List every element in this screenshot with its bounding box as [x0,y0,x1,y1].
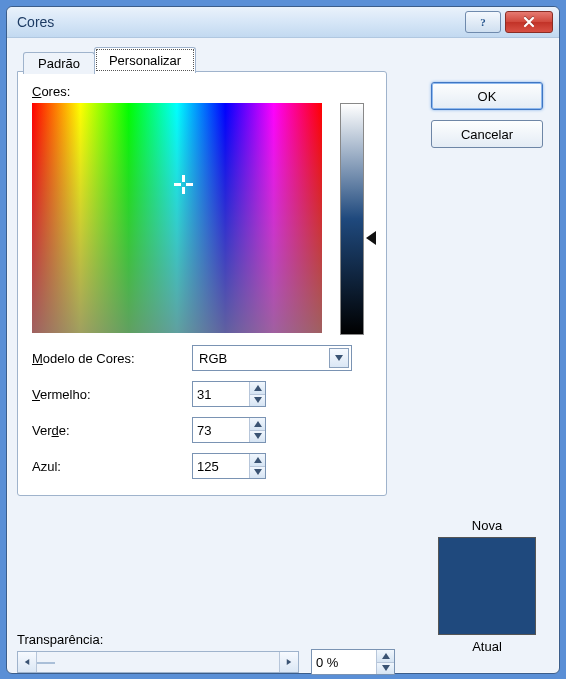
transparency-row: Transparência: [17,632,417,675]
luminance-bar[interactable] [340,103,364,335]
chevron-down-icon [254,433,262,439]
green-down[interactable] [250,431,265,443]
svg-marker-6 [254,457,262,463]
right-column: OK Cancelar [427,82,547,158]
slider-left[interactable] [18,652,37,672]
svg-marker-10 [382,653,390,659]
chevron-right-icon [285,659,293,665]
tab-default[interactable]: Padrão [23,52,95,74]
green-label: Verde: [32,423,192,438]
red-spinner[interactable] [192,381,266,407]
svg-marker-9 [287,659,292,665]
red-up[interactable] [250,382,265,395]
red-label: Vermelho: [32,387,192,402]
atual-label: Atual [427,639,547,654]
blue-label: Azul: [32,459,192,474]
chevron-up-icon [382,653,390,659]
close-button[interactable] [505,11,553,33]
svg-marker-3 [254,397,262,403]
color-spectrum[interactable] [32,103,322,333]
chevron-down-icon [254,469,262,475]
chevron-left-icon [23,659,31,665]
cores-label: Cores: [32,84,372,99]
blue-up[interactable] [250,454,265,467]
tab-custom[interactable]: Personalizar [94,47,196,73]
transparency-spinner[interactable] [311,649,395,675]
svg-marker-2 [254,385,262,391]
color-swatch [438,537,536,635]
svg-marker-5 [254,433,262,439]
tab-strip: Padrão Personalizar [23,46,549,72]
close-icon [522,16,536,28]
chevron-up-icon [254,385,262,391]
titlebar[interactable]: Cores ? [7,7,559,38]
red-input[interactable] [193,382,249,406]
window-title: Cores [17,14,461,30]
red-down[interactable] [250,395,265,407]
blue-spinner[interactable] [192,453,266,479]
color-model-value: RGB [199,351,227,366]
spectrum-crosshair [183,184,201,202]
dialog-content: Padrão Personalizar Cores: Modelo de Cor… [7,38,559,506]
cancel-button[interactable]: Cancelar [431,120,543,148]
preview-section: Nova Atual [427,518,547,654]
dropdown-button[interactable] [329,348,349,368]
svg-marker-8 [25,659,30,665]
help-button[interactable]: ? [465,11,501,33]
chevron-up-icon [254,457,262,463]
nova-label: Nova [427,518,547,533]
luminance-arrow[interactable] [366,231,376,245]
model-label: Modelo de Cores: [32,351,192,366]
color-model-select[interactable]: RGB [192,345,352,371]
chevron-down-icon [335,355,343,361]
ok-button[interactable]: OK [431,82,543,110]
green-up[interactable] [250,418,265,431]
transparency-label: Transparência: [17,632,417,647]
green-input[interactable] [193,418,249,442]
slider-right[interactable] [279,652,298,672]
trans-down[interactable] [377,663,394,675]
slider-thumb[interactable] [37,662,55,664]
chevron-up-icon [254,421,262,427]
color-dialog: Cores ? Padrão Personalizar Cores: [6,6,560,674]
svg-marker-4 [254,421,262,427]
blue-down[interactable] [250,467,265,479]
chevron-down-icon [382,665,390,671]
transparency-slider[interactable] [17,651,299,673]
svg-marker-7 [254,469,262,475]
chevron-down-icon [254,397,262,403]
svg-marker-11 [382,665,390,671]
green-spinner[interactable] [192,417,266,443]
help-icon: ? [477,16,489,28]
svg-marker-1 [335,355,343,361]
transparency-input[interactable] [312,650,376,674]
svg-text:?: ? [480,16,486,28]
blue-input[interactable] [193,454,249,478]
trans-up[interactable] [377,650,394,663]
custom-panel: Cores: Modelo de Cores: RGB [17,71,387,496]
